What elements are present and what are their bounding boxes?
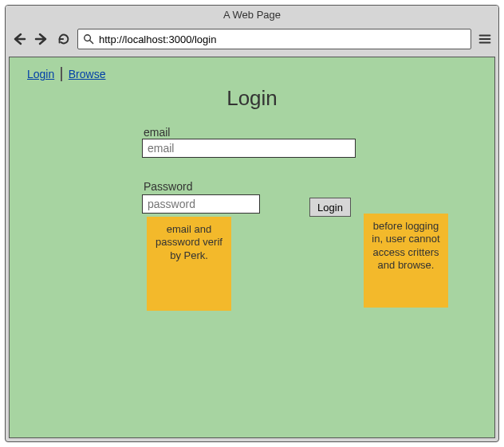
svg-line-1: [90, 41, 93, 44]
forward-button[interactable]: [33, 30, 50, 48]
reload-icon: [57, 32, 71, 46]
page-title: Login: [10, 86, 494, 111]
nav-browse-link[interactable]: Browse: [62, 68, 112, 80]
password-label: Password: [144, 180, 192, 193]
sticky-note-1: email and password verif by Perk.: [147, 217, 231, 311]
page-content: Login Browse Login email Password Login …: [9, 57, 495, 438]
search-icon: [83, 33, 94, 45]
email-label: email: [144, 126, 170, 139]
password-field[interactable]: [142, 194, 260, 214]
nav-links: Login Browse: [21, 67, 112, 81]
hamburger-icon: [478, 32, 492, 46]
login-button[interactable]: Login: [309, 198, 351, 217]
toolbar: [6, 25, 498, 53]
sticky-note-2: before logging in, user cannot access cr…: [364, 214, 448, 308]
back-button[interactable]: [10, 30, 28, 48]
arrow-left-icon: [11, 31, 27, 47]
nav-login-link[interactable]: Login: [21, 68, 61, 80]
address-bar[interactable]: [77, 29, 471, 49]
menu-button[interactable]: [476, 30, 494, 48]
window-title: A Web Page: [6, 6, 498, 25]
browser-window: A Web Page: [5, 5, 499, 442]
arrow-right-icon: [33, 31, 49, 47]
url-input[interactable]: [99, 33, 466, 45]
email-field[interactable]: [142, 139, 356, 158]
reload-button[interactable]: [55, 30, 73, 48]
